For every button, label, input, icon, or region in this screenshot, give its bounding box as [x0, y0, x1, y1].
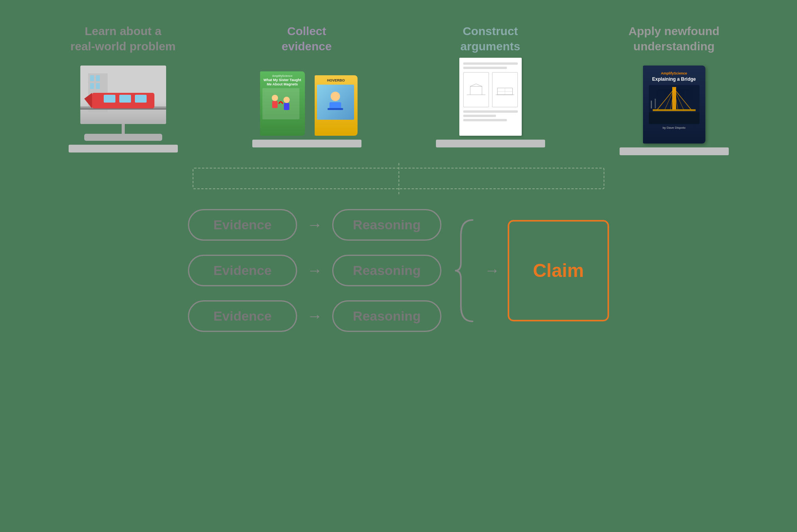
monitor-stand	[122, 124, 125, 134]
connector-section	[31, 163, 766, 194]
brace-arrow: →	[484, 262, 500, 279]
train-scene	[80, 66, 166, 124]
brace-claim-section: → Claim	[453, 216, 609, 325]
svg-point-17	[283, 97, 290, 103]
step-construct-label: Construct arguments	[460, 23, 520, 54]
monitor-screen	[80, 66, 166, 124]
top-section: Learn about a real-world problem	[31, 23, 766, 155]
ws-line	[463, 119, 507, 121]
svg-line-23	[476, 84, 482, 86]
er-row-1: Evidence → Reasoning	[188, 209, 441, 241]
ws-line	[463, 110, 518, 113]
svg-rect-30	[649, 112, 700, 124]
book-title: What My Sister Taught Me About Magnets	[262, 78, 303, 87]
step-learn-column: Learn about a real-world problem	[42, 23, 204, 153]
platform-3	[436, 140, 545, 147]
svg-rect-4	[96, 83, 100, 89]
step-apply-label: Apply newfound understanding	[629, 23, 719, 54]
claim-box: Claim	[508, 220, 609, 321]
svg-rect-6	[80, 108, 166, 110]
svg-rect-38	[653, 109, 696, 111]
svg-rect-14	[328, 108, 343, 110]
platform-2	[252, 140, 361, 147]
reasoning-pill-3: Reasoning	[332, 300, 441, 332]
step-collect-column: Collect evidence HOVERBO	[226, 23, 387, 147]
claim-label: Claim	[533, 260, 584, 281]
platform-1	[69, 145, 178, 153]
vertical-dotted-line	[398, 163, 399, 194]
evidence-pill-3: Evidence	[188, 300, 297, 332]
arrow-3: →	[307, 307, 322, 325]
svg-rect-10	[119, 95, 131, 103]
ws-line	[463, 62, 518, 65]
svg-rect-9	[104, 95, 115, 103]
evidence-pill-2: Evidence	[188, 255, 297, 286]
er-row-2: Evidence → Reasoning	[188, 255, 441, 286]
svg-point-12	[331, 92, 340, 101]
rows-and-brace: Evidence → Reasoning Evidence → Reasonin…	[188, 202, 609, 339]
evidence-label-2: Evidence	[213, 263, 271, 278]
svg-line-22	[470, 84, 476, 86]
svg-rect-2	[96, 75, 100, 81]
step-apply-column: Apply newfound understanding AmplifyScie…	[593, 23, 754, 155]
rows-container: Evidence → Reasoning Evidence → Reasonin…	[188, 202, 441, 339]
step-collect-label: Collect evidence	[282, 23, 331, 54]
svg-rect-39	[651, 101, 652, 108]
worksheet-container	[459, 66, 522, 136]
svg-point-15	[272, 95, 278, 101]
arrow-2: →	[307, 262, 322, 279]
bridge-book: AmplifyScience Explaining a Bridge	[643, 66, 705, 144]
curly-brace-svg	[453, 216, 476, 325]
svg-rect-18	[284, 103, 289, 110]
er-row-3: Evidence → Reasoning	[188, 300, 441, 332]
svg-rect-16	[272, 101, 278, 108]
monitor-base	[84, 134, 162, 141]
monitor	[80, 66, 166, 141]
ws-line	[463, 115, 496, 117]
svg-rect-37	[672, 87, 676, 110]
reasoning-pill-2: Reasoning	[332, 255, 441, 286]
ws-line	[463, 67, 507, 69]
arrow-1: →	[307, 216, 322, 234]
bridge-book-image	[649, 85, 700, 124]
bridge-book-title: Explaining a Bridge	[652, 76, 696, 82]
main-container: Learn about a real-world problem	[0, 0, 797, 532]
reasoning-label-2: Reasoning	[353, 263, 421, 278]
worksheet	[459, 58, 522, 136]
reasoning-label-3: Reasoning	[353, 309, 421, 324]
svg-rect-11	[135, 95, 147, 103]
evidence-label-1: Evidence	[213, 217, 271, 232]
evidence-label-3: Evidence	[213, 309, 271, 324]
reasoning-label-1: Reasoning	[353, 217, 421, 232]
step-learn-label: Learn about a real-world problem	[70, 23, 175, 54]
svg-rect-40	[655, 99, 656, 108]
evidence-pill-1: Evidence	[188, 209, 297, 241]
bottom-section: Evidence → Reasoning Evidence → Reasonin…	[31, 202, 766, 339]
svg-rect-3	[90, 83, 94, 89]
svg-rect-1	[90, 75, 94, 81]
bridge-book-brand: AmplifyScience	[661, 71, 687, 75]
platform-4	[620, 147, 729, 155]
reasoning-pill-1: Reasoning	[332, 209, 441, 241]
step-construct-column: Construct arguments	[409, 23, 571, 147]
